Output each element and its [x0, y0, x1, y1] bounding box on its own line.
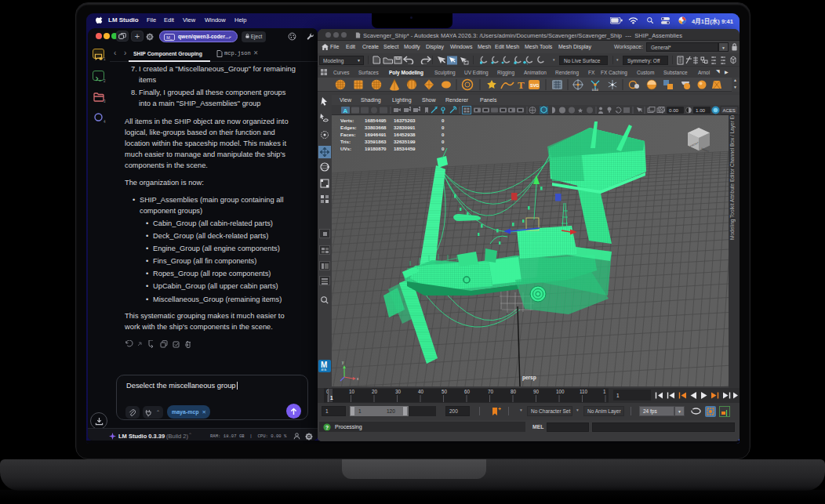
- svg-text:32830991: 32830991: [394, 125, 416, 130]
- svg-text:1: 1: [616, 393, 620, 398]
- svg-text:0.0.0: 0.0.0: [592, 89, 598, 92]
- svg-text:persp: persp: [522, 375, 536, 381]
- svg-text:A: A: [343, 107, 348, 114]
- svg-text:10: 10: [349, 389, 355, 394]
- svg-text:80: 80: [511, 389, 517, 394]
- svg-text:40: 40: [418, 389, 424, 394]
- svg-text:90: 90: [533, 389, 540, 394]
- svg-text:60: 60: [464, 389, 471, 394]
- svg-text:0: 0: [442, 125, 445, 130]
- svg-text:T: T: [518, 79, 525, 91]
- svg-text:19180870: 19180870: [365, 146, 387, 151]
- svg-text:1.00: 1.00: [696, 107, 706, 113]
- svg-text:0.00: 0.00: [669, 107, 679, 113]
- svg-text:50: 50: [442, 389, 448, 394]
- svg-text:Edges:: Edges:: [340, 125, 357, 130]
- svg-text:33591863: 33591863: [365, 139, 387, 144]
- svg-text:1: 1: [330, 395, 333, 401]
- svg-text:70: 70: [488, 389, 494, 394]
- svg-text:0: 0: [442, 118, 445, 123]
- svg-text:1: 1: [603, 389, 606, 394]
- svg-text:100: 100: [556, 389, 565, 394]
- svg-text:Faces:: Faces:: [340, 132, 356, 137]
- svg-text:16946491: 16946491: [365, 132, 387, 137]
- svg-text:16452938: 16452938: [394, 132, 416, 137]
- svg-text:33803668: 33803668: [365, 125, 387, 130]
- svg-text:0: 0: [442, 139, 445, 144]
- svg-text:UVs:: UVs:: [340, 146, 351, 151]
- svg-text:0: 0: [442, 146, 445, 151]
- svg-text:SVG: SVG: [530, 83, 540, 88]
- svg-text:16375203: 16375203: [394, 118, 416, 123]
- svg-text:32635199: 32635199: [394, 139, 416, 144]
- svg-text:0: 0: [442, 132, 445, 137]
- svg-text:30: 30: [395, 389, 402, 394]
- svg-text:18534459: 18534459: [394, 146, 416, 151]
- svg-text:110: 110: [580, 389, 588, 394]
- svg-text:ACES: ACES: [723, 108, 736, 113]
- svg-text:20: 20: [372, 389, 378, 394]
- svg-text:16854495: 16854495: [365, 118, 387, 123]
- svg-text:Tris:: Tris:: [340, 139, 351, 144]
- svg-text:?: ?: [325, 424, 329, 430]
- svg-text:Verts:: Verts:: [340, 118, 354, 123]
